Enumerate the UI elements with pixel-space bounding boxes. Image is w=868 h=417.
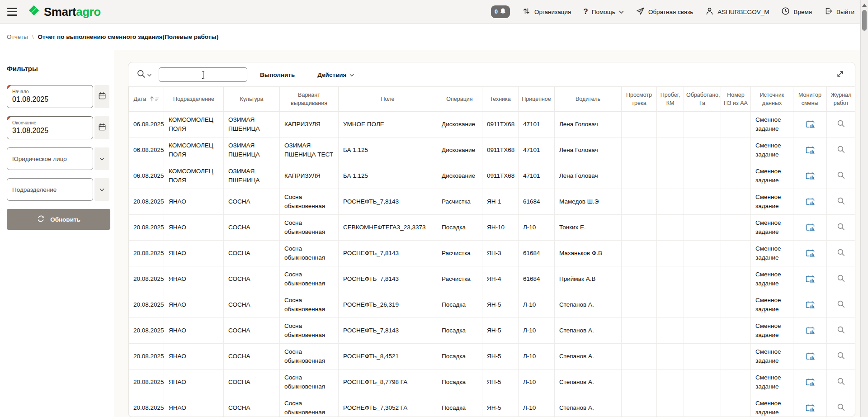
cell-aa-order-number [721,189,751,215]
cell-data-source: Сменное задание [751,137,793,163]
refresh-button[interactable]: Обновить [7,209,110,230]
cell-work-journal [827,370,856,395]
work-journal-magnifier-icon[interactable] [834,118,848,131]
cell-field: РОСНЕФТЬ_7,8143 [339,318,437,344]
column-header-trailer[interactable]: Прицепное [519,87,555,112]
work-journal-magnifier-icon[interactable] [834,375,848,389]
column-header-culture[interactable]: Культура [224,87,280,112]
time-button[interactable]: Время [781,7,812,17]
cell-field: РОСНЕФТЬ_7,8143 [339,266,437,292]
column-header-processed-ha[interactable]: Обработано, Га [684,87,721,112]
sort-ascending-icon [150,95,159,102]
start-date-field[interactable]: Начало 01.08.2025 [7,85,93,108]
shift-monitor-calendar-chart-icon[interactable] [802,246,818,261]
cell-trailer: Л-10 [519,344,555,370]
start-date-picker-button[interactable] [94,85,109,108]
end-date-picker-button[interactable] [94,116,109,139]
work-journal-magnifier-icon[interactable] [834,401,848,415]
cell-data-source: Сменное задание [751,241,793,266]
column-header-equipment[interactable]: Техника [482,87,519,112]
column-header-data-source[interactable]: Источник данных [751,87,793,112]
column-header-division[interactable]: Подразделение [164,87,224,112]
cell-processed-ha [684,370,721,395]
execute-button[interactable]: Выполнить [255,69,300,81]
actions-menu-button[interactable]: Действия [317,71,354,78]
cell-work-journal [827,215,856,241]
column-header-variant[interactable]: Вариант выращивания [280,87,339,112]
cell-data-source: Сменное задание [751,189,793,215]
work-journal-magnifier-icon[interactable] [834,246,848,260]
cell-driver: Степанов А. [555,395,622,417]
end-date-label: Окончание [12,120,88,125]
work-journal-magnifier-icon[interactable] [834,221,848,234]
cell-trailer: Л-10 [519,215,555,241]
legal-entity-chevron-button[interactable] [94,147,109,170]
column-header-work-journal[interactable]: Журнал работ [827,87,856,112]
column-header-operation[interactable]: Операция [437,87,482,112]
work-journal-magnifier-icon[interactable] [834,324,848,337]
shift-monitor-calendar-chart-icon[interactable] [802,298,818,312]
shift-monitor-calendar-chart-icon[interactable] [802,118,818,132]
search-input[interactable] [159,67,247,82]
cell-shift-monitor [793,266,827,292]
division-chevron-button[interactable] [94,178,109,201]
chevron-down-icon [99,186,104,193]
maximize-icon[interactable] [835,68,846,81]
cell-equipment: ЯН-5 [482,395,519,417]
cell-shift-monitor [793,241,827,266]
cell-work-journal [827,189,856,215]
shift-monitor-calendar-chart-icon[interactable] [802,350,818,364]
division-select[interactable]: Подразделение [7,178,93,201]
person-icon [705,7,714,17]
column-header-driver[interactable]: Водитель [555,87,622,112]
work-journal-magnifier-icon[interactable] [834,195,848,208]
shift-monitor-calendar-chart-icon[interactable] [802,195,818,209]
cell-variant: Сосна обыкновенная [280,241,339,266]
app-logo[interactable]: Smartagro [27,4,101,20]
shift-monitor-calendar-chart-icon[interactable] [802,272,818,286]
feedback-button[interactable]: Обратная связь [636,7,693,17]
column-header-field[interactable]: Поле [339,87,437,112]
column-header-date[interactable]: Дата [129,87,164,112]
end-date-field[interactable]: Окончание 31.08.2025 [7,116,93,139]
top-bar-right: 0 Организация ? Помощь Обратная связь [491,5,854,18]
help-menu-button[interactable]: ? Помощь [583,7,624,16]
scrollbar-thumb[interactable] [862,10,867,31]
work-journal-magnifier-icon[interactable] [834,272,848,286]
calendar-icon [98,92,106,101]
notifications-button[interactable]: 0 [491,5,510,18]
legal-entity-select[interactable]: Юридическое лицо [7,147,93,170]
page-scrollbar[interactable] [860,0,868,417]
cell-shift-monitor [793,137,827,163]
work-journal-magnifier-icon[interactable] [834,298,848,312]
shift-monitor-calendar-chart-icon[interactable] [802,143,818,157]
shift-monitor-calendar-chart-icon[interactable] [802,401,818,415]
column-header-mileage-km[interactable]: Пробег, КМ [657,87,684,112]
user-menu-button[interactable]: ASHURBEGOV_M [705,7,769,17]
shift-monitor-calendar-chart-icon[interactable] [802,169,818,183]
column-header-shift-monitor[interactable]: Монитор смены [793,87,827,112]
scrollbar-up-arrow-icon[interactable] [862,4,867,7]
shift-monitor-calendar-chart-icon[interactable] [802,221,818,235]
breadcrumb-reports-link[interactable]: Отчеты [7,33,28,40]
shift-monitor-calendar-chart-icon[interactable] [802,375,818,389]
column-header-aa-order-number[interactable]: Номер ПЗ из АА [721,87,751,112]
column-header-track-view[interactable]: Просмотр трека [622,87,657,112]
search-options-button[interactable] [137,69,151,80]
table-row: 20.08.2025ЯНАОСОСНАСосна обыкновеннаяСЕВ… [129,215,856,241]
cell-work-journal [827,344,856,370]
work-journal-magnifier-icon[interactable] [834,350,848,363]
logout-button[interactable]: Выйти [824,7,854,17]
cell-data-source: Сменное задание [751,292,793,318]
shift-monitor-calendar-chart-icon[interactable] [802,324,818,338]
organization-button[interactable]: Организация [522,7,571,17]
cell-track-view [622,395,657,417]
table-row: 06.08.2025КОМСОМОЛЕЦ ПОЛЯОЗИМАЯ ПШЕНИЦАК… [129,112,856,137]
cell-operation: Расчистка [437,189,482,215]
chevron-down-icon [349,71,354,78]
cell-equipment: ЯН-5 [482,318,519,344]
hamburger-menu-icon[interactable] [6,7,18,16]
work-journal-magnifier-icon[interactable] [834,169,848,183]
work-journal-magnifier-icon[interactable] [834,143,848,157]
table-row: 06.08.2025КОМСОМОЛЕЦ ПОЛЯОЗИМАЯ ПШЕНИЦАО… [129,137,856,163]
